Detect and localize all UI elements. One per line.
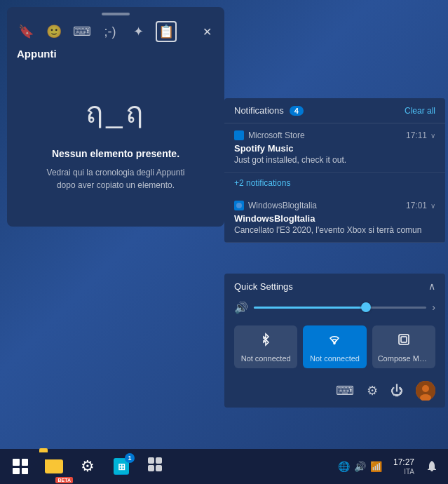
notif-app-name: WindowsBlogItalia	[248, 201, 317, 210]
clipboard-icon-bar: 🔖 🙂 ⌨ ;-) ✦ 📋	[15, 21, 177, 42]
store-button[interactable]: ⊞ 1	[107, 452, 136, 481]
notif-message-body: Just got installed, check it out.	[234, 155, 435, 165]
tray-wifi-icon[interactable]: 📶	[369, 459, 383, 473]
svg-rect-4	[401, 337, 407, 342]
compose-mode-tile-label: Compose Mode	[378, 354, 430, 363]
svg-rect-11	[156, 457, 162, 464]
settings-gear-taskbar-icon: ⚙	[81, 457, 95, 476]
expand-icon[interactable]: ∨	[430, 202, 435, 210]
ms-store-app-icon	[234, 130, 244, 140]
bluetooth-icon	[259, 332, 273, 350]
compose-mode-tile[interactable]: Compose Mode	[372, 325, 435, 368]
drag-handle	[7, 7, 224, 18]
svg-rect-3	[399, 335, 409, 344]
svg-rect-13	[156, 465, 162, 471]
virtual-desktop-button[interactable]	[140, 452, 170, 481]
notification-item[interactable]: WindowsBlogItalia 17:01 ∨ WindowsBlogIta…	[224, 194, 445, 243]
wifi-icon	[327, 332, 341, 350]
volume-slider[interactable]	[254, 300, 426, 314]
wifi-tile[interactable]: Not connected	[303, 325, 366, 368]
svg-rect-0	[236, 132, 243, 139]
keyboard-icon[interactable]: ⌨	[72, 21, 93, 42]
empty-state-icon: ฤ_ฤ	[86, 89, 145, 135]
close-button[interactable]: ✕	[198, 22, 216, 41]
notification-item[interactable]: Microsoft Store 17:11 ∨ Spotify Music Ju…	[224, 123, 445, 173]
store-notification-badge: 1	[125, 453, 135, 463]
compose-mode-icon	[397, 332, 411, 350]
settings-gear-icon[interactable]: ⚙	[367, 383, 378, 398]
notif-time-row: 17:11 ∨	[406, 130, 435, 140]
notif-title-row: Notifications 4	[234, 105, 304, 116]
notif-item-header: WindowsBlogItalia 17:01 ∨	[234, 201, 435, 210]
quick-settings-header: Quick Settings ∧	[224, 274, 445, 297]
emoji-smiley-icon[interactable]: 🙂	[43, 21, 65, 42]
svg-point-1	[236, 203, 242, 208]
volume-icon: 🔊	[234, 301, 248, 314]
drag-bar	[102, 13, 130, 15]
notification-panel: Notifications 4 Clear all Microsoft Stor…	[224, 98, 445, 243]
notifications-label: Notifications	[234, 105, 284, 116]
power-icon[interactable]: ⏻	[391, 384, 403, 398]
wifi-tile-label: Not connected	[308, 354, 360, 363]
quick-settings-tiles: Not connected Not connected Compose M	[224, 323, 445, 377]
taskbar-left: BETA ⚙ ⊞ 1	[6, 452, 334, 481]
notif-app-row: WindowsBlogItalia	[234, 201, 317, 210]
empty-state-title: Nessun elemento presente.	[52, 148, 179, 159]
special-char-icon[interactable]: ✦	[128, 21, 149, 42]
wink-icon[interactable]: ;-)	[100, 21, 121, 42]
notif-app-row: Microsoft Store	[234, 130, 305, 140]
quick-settings-title: Quick Settings	[234, 281, 293, 292]
notif-app-name: Microsoft Store	[248, 130, 305, 140]
settings-button[interactable]: ⚙	[73, 452, 102, 481]
svg-text:⊞: ⊞	[118, 462, 125, 472]
svg-point-2	[334, 343, 335, 344]
keyboard-layout-icon[interactable]: ⌨	[336, 383, 354, 398]
clipboard-body: ฤ_ฤ Nessun elemento presente. Vedrai qui…	[7, 68, 224, 227]
volume-row: 🔊 ›	[224, 297, 445, 323]
notif-message-title: WindowsBlogItalia	[234, 213, 435, 224]
clear-all-button[interactable]: Clear all	[405, 106, 435, 116]
notification-header: Notifications 4 Clear all	[224, 98, 445, 123]
windows-start-button[interactable]	[6, 452, 35, 481]
slider-fill	[254, 307, 366, 309]
quick-settings-panel: Quick Settings ∧ 🔊 › Not connected	[224, 274, 445, 408]
chevron-right-icon[interactable]: ›	[432, 302, 435, 313]
notif-timestamp: 17:01	[406, 201, 427, 210]
bluetooth-tile-label: Not connected	[240, 354, 292, 363]
windows-logo-icon	[13, 459, 28, 474]
clock-area[interactable]: 17:27 ITA	[389, 457, 419, 476]
clipboard-icon[interactable]: 📋	[156, 21, 177, 42]
clock-time: 17:27	[393, 457, 414, 469]
user-avatar[interactable]	[416, 381, 435, 401]
emoji-bookmark-icon[interactable]: 🔖	[15, 21, 36, 42]
notif-message-title: Spotify Music	[234, 143, 435, 154]
bell-icon	[426, 460, 438, 473]
bluetooth-tile[interactable]: Not connected	[234, 325, 297, 368]
beta-badge: BETA	[55, 477, 73, 483]
empty-state-desc: Vedrai qui la cronologia degli Appunti d…	[39, 166, 193, 191]
system-tray: 🌐 🔊 📶	[334, 459, 386, 473]
notif-item-header: Microsoft Store 17:11 ∨	[234, 130, 435, 140]
notif-timestamp: 17:11	[406, 130, 427, 140]
taskbar-right: 🌐 🔊 📶 17:27 ITA	[334, 456, 442, 477]
notif-message-body: Cancellato l'E3 2020, l'evento Xbox si t…	[234, 225, 435, 235]
notification-bell-button[interactable]	[421, 456, 442, 477]
qs-bottom-row: ⌨ ⚙ ⏻	[224, 377, 445, 408]
clipboard-title: Appunti	[7, 48, 224, 68]
folder-tab-icon	[39, 448, 48, 452]
clock-language: ITA	[404, 468, 414, 476]
file-explorer-button[interactable]: BETA	[39, 452, 69, 481]
tray-volume-icon[interactable]: 🔊	[353, 459, 367, 473]
notif-time-row: 17:01 ∨	[406, 201, 435, 210]
slider-track	[254, 307, 426, 309]
slider-thumb[interactable]	[361, 302, 371, 312]
expand-icon[interactable]: ∨	[430, 132, 435, 140]
virtual-desktop-icon	[147, 457, 163, 476]
more-notifications[interactable]: +2 notifications	[224, 173, 445, 194]
svg-rect-10	[148, 457, 154, 464]
tray-network-icon[interactable]: 🌐	[337, 459, 351, 473]
svg-rect-12	[148, 465, 154, 471]
clipboard-header: 🔖 🙂 ⌨ ;-) ✦ 📋 ✕	[7, 18, 224, 48]
collapse-icon[interactable]: ∧	[428, 281, 435, 292]
svg-point-6	[422, 385, 429, 392]
